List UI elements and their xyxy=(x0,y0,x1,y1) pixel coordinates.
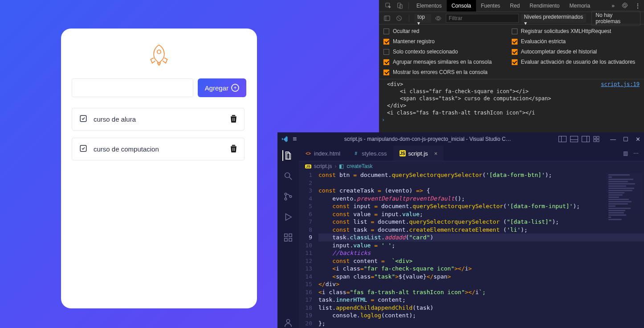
minimize-icon[interactable]: — xyxy=(610,136,616,143)
live-expression-icon[interactable] xyxy=(434,12,443,24)
task-input-row: Agregar + xyxy=(72,78,246,97)
svg-rect-12 xyxy=(597,139,599,142)
breadcrumb-file: script.js xyxy=(314,163,332,169)
context-select[interactable]: top ▾ xyxy=(415,14,431,23)
console-prompt-icon[interactable]: › xyxy=(379,117,644,123)
symbol-icon: ◧ xyxy=(339,163,344,169)
svg-rect-18 xyxy=(289,234,292,237)
breadcrumb-symbol: createTask xyxy=(346,163,372,169)
layout-grid-icon[interactable] xyxy=(593,136,599,142)
tab-label: script.js xyxy=(408,150,428,157)
console-setting-checkbox[interactable]: Registrar solicitudes XMLHttpRequest xyxy=(512,28,640,34)
code-editor[interactable]: 12345678910111213141516171819202122 cons… xyxy=(299,171,644,328)
hamburger-menu-icon[interactable]: ≡ xyxy=(293,135,297,143)
console-setting-checkbox[interactable]: Solo contexto seleccionado xyxy=(383,49,512,55)
svg-rect-4 xyxy=(398,3,401,8)
svg-point-14 xyxy=(285,193,287,195)
devtools-settings-icon[interactable] xyxy=(618,2,632,10)
log-levels-select[interactable]: Niveles predeterminados ▾ xyxy=(522,14,587,23)
vscode-titlebar: ≡ script.js - manipulando-dom-con-js-pro… xyxy=(277,132,644,146)
trash-icon[interactable] xyxy=(230,115,237,124)
task-text: curso de computacion xyxy=(94,145,159,153)
task-item: curso de computacion xyxy=(72,138,245,160)
file-type-icon: JS xyxy=(305,164,311,168)
breadcrumb[interactable]: JS script.js › ◧ createTask xyxy=(299,161,644,171)
svg-rect-9 xyxy=(594,136,596,139)
devtools-tab[interactable]: Fuentes xyxy=(476,0,505,12)
trash-icon[interactable] xyxy=(230,145,237,154)
svg-rect-19 xyxy=(285,238,287,241)
window-title: script.js - manipulando-dom-con-js-proye… xyxy=(301,136,554,142)
log-source-link[interactable]: script.js:19 xyxy=(601,81,640,87)
rocket-icon xyxy=(72,43,246,69)
search-icon[interactable] xyxy=(283,171,293,181)
editor-tab[interactable]: <>index.html xyxy=(299,146,346,161)
inspect-element-icon[interactable] xyxy=(383,0,394,12)
split-editor-icon[interactable]: ▥ xyxy=(623,150,628,156)
svg-rect-1 xyxy=(80,115,86,122)
check-square-icon[interactable] xyxy=(79,144,87,154)
layout-bottom-icon[interactable] xyxy=(570,136,578,142)
svg-point-21 xyxy=(286,320,289,323)
overflow-tabs-icon[interactable]: » xyxy=(608,3,618,9)
add-task-button[interactable]: Agregar + xyxy=(198,78,246,97)
explorer-icon[interactable] xyxy=(282,150,293,161)
tab-label: index.html xyxy=(314,150,340,157)
console-sidebar-toggle-icon[interactable] xyxy=(383,12,392,24)
console-setting-checkbox[interactable]: Evaluar activación de usuario de los act… xyxy=(512,59,640,65)
devtools-tab[interactable]: Memoria xyxy=(564,0,595,12)
editor-tab[interactable]: #styles.css xyxy=(346,146,393,161)
console-setting-checkbox[interactable]: Autocompletar desde el historial xyxy=(512,49,640,55)
tab-label: styles.css xyxy=(362,150,387,157)
console-settings: Ocultar redMantener registroSolo context… xyxy=(379,25,644,79)
task-text: curso de alura xyxy=(94,115,136,123)
layout-right-icon[interactable] xyxy=(582,136,590,142)
console-filter-input[interactable] xyxy=(446,14,519,23)
vscode-logo-icon xyxy=(281,135,288,143)
console-setting-checkbox[interactable]: Evaluación estricta xyxy=(512,38,640,45)
devtools-tab[interactable]: Red xyxy=(505,0,525,12)
devtools-panel: ElementosConsolaFuentesRedRendimientoMem… xyxy=(379,0,644,132)
svg-point-8 xyxy=(437,17,440,19)
console-setting-checkbox[interactable]: Agrupar mensajes similares en la consola xyxy=(383,59,512,65)
close-window-icon[interactable]: ✕ xyxy=(636,136,640,143)
devtools-more-icon[interactable]: ⋮ xyxy=(632,3,644,9)
close-tab-icon[interactable]: × xyxy=(434,150,438,157)
svg-point-13 xyxy=(285,173,290,178)
devtools-tab[interactable]: Consola xyxy=(447,0,476,12)
console-setting-checkbox[interactable]: Mantener registro xyxy=(383,38,512,45)
no-issues-badge[interactable]: No hay problemas xyxy=(591,11,640,26)
activity-bar xyxy=(277,146,299,328)
more-tab-actions-icon[interactable]: ⋯ xyxy=(633,150,639,156)
console-toolbar: top ▾ Niveles predeterminados ▾ No hay p… xyxy=(379,12,644,25)
source-control-icon[interactable] xyxy=(283,191,293,202)
layout-left-icon[interactable] xyxy=(558,136,567,142)
console-output[interactable]: script.js:19 <div> <i class="far fa-chec… xyxy=(379,79,644,132)
vscode-window: ≡ script.js - manipulando-dom-con-js-pro… xyxy=(277,132,644,328)
devtools-tab[interactable]: Elementos xyxy=(412,0,447,12)
editor-tab[interactable]: JSscript.js× xyxy=(393,146,444,161)
svg-rect-17 xyxy=(285,234,287,237)
account-icon[interactable] xyxy=(283,317,293,328)
file-type-icon: # xyxy=(353,150,359,156)
clear-console-icon[interactable] xyxy=(395,12,404,24)
device-toggle-icon[interactable] xyxy=(394,0,406,12)
task-input[interactable] xyxy=(72,78,193,97)
svg-rect-11 xyxy=(594,139,596,142)
console-setting-checkbox[interactable]: Ocultar red xyxy=(383,28,512,34)
svg-point-15 xyxy=(285,198,287,200)
devtools-tab-bar: ElementosConsolaFuentesRedRendimientoMem… xyxy=(379,0,644,12)
run-debug-icon[interactable] xyxy=(283,212,293,222)
maximize-icon[interactable]: ☐ xyxy=(623,136,628,143)
task-list[interactable]: curso de alura curso de computacion xyxy=(72,108,246,298)
file-type-icon: JS xyxy=(399,150,406,156)
check-square-icon[interactable] xyxy=(79,115,87,124)
svg-rect-6 xyxy=(384,16,390,20)
devtools-tab[interactable]: Rendimiento xyxy=(525,0,564,12)
svg-rect-10 xyxy=(597,136,599,139)
extensions-icon[interactable] xyxy=(283,232,293,243)
console-setting-checkbox[interactable]: Mostrar los errores CORS en la consola xyxy=(383,69,512,75)
svg-rect-2 xyxy=(80,145,86,152)
todo-app: Agregar + curso de alura xyxy=(61,29,257,308)
svg-rect-20 xyxy=(289,238,292,241)
